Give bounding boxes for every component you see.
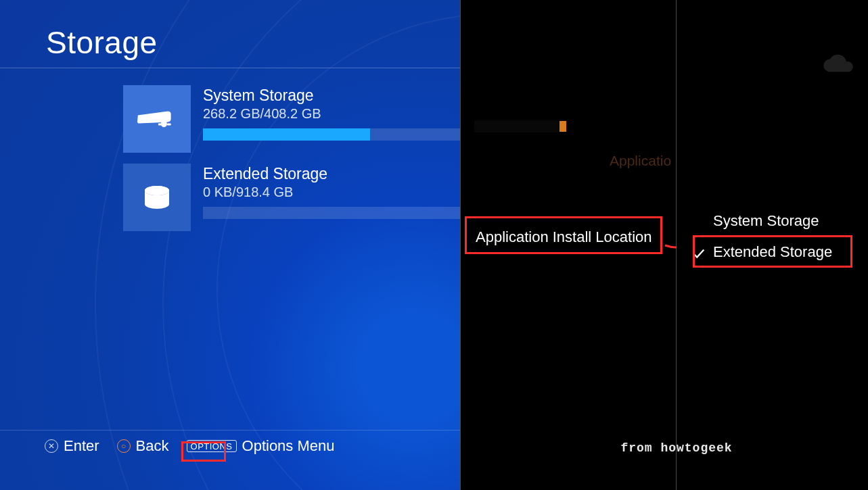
legend-back: Back: [136, 437, 169, 455]
legend-options: Options Menu: [242, 437, 335, 455]
storage-size: 268.2 GB/408.2 GB: [203, 106, 460, 122]
storage-list: System Storage 268.2 GB/408.2 GB: [123, 85, 460, 242]
circle-button-icon: ○: [117, 439, 131, 453]
submenu-label: Extended Storage: [713, 243, 832, 260]
storage-bar: [203, 128, 460, 141]
x-button-icon: ✕: [45, 439, 58, 453]
storage-name: Extended Storage: [203, 165, 460, 183]
option-application-install-location[interactable]: Application Install Location: [469, 223, 659, 251]
submenu-item-extended-storage[interactable]: Extended Storage: [694, 237, 856, 268]
svg-rect-0: [158, 124, 162, 126]
obscured-bar-segment: [559, 121, 566, 132]
divider: [0, 430, 460, 431]
obscured-bar: [474, 120, 559, 132]
button-legend: ✕ Enter ○ Back OPTIONS Options Menu: [45, 436, 352, 456]
storage-bar-fill: [203, 128, 370, 141]
page-title: Storage: [46, 24, 158, 61]
install-location-submenu-panel: System Storage Extended Storage from how…: [677, 0, 868, 490]
storage-size: 0 KB/918.4 GB: [203, 185, 460, 200]
storage-screen: Storage System Storage 268.2 GB/408.2 GB: [0, 0, 460, 490]
storage-name: System Storage: [203, 87, 460, 105]
storage-item-system[interactable]: System Storage 268.2 GB/408.2 GB: [123, 85, 460, 153]
checkmark-icon: [691, 246, 706, 261]
legend-enter: Enter: [64, 437, 99, 455]
drive-icon: [123, 164, 191, 231]
svg-point-7: [145, 186, 169, 195]
submenu-label: System Storage: [713, 212, 819, 229]
obscured-text: Applicatio: [610, 153, 671, 169]
storage-info: System Storage 268.2 GB/408.2 GB: [191, 85, 460, 141]
watermark: from howtogeek: [541, 441, 812, 455]
options-button-icon: OPTIONS: [187, 440, 237, 452]
divider: [0, 68, 460, 68]
storage-bar: [203, 207, 460, 219]
console-icon: [123, 85, 191, 153]
options-menu-panel: Applicatio Application Install Location: [460, 0, 677, 490]
svg-rect-1: [167, 124, 171, 126]
install-location-submenu: System Storage Extended Storage: [694, 205, 856, 268]
submenu-item-system-storage[interactable]: System Storage: [694, 205, 856, 237]
obscured-cloud-icon: [817, 51, 858, 78]
storage-item-extended[interactable]: Extended Storage 0 KB/918.4 GB: [123, 164, 460, 231]
storage-info: Extended Storage 0 KB/918.4 GB: [191, 164, 460, 219]
